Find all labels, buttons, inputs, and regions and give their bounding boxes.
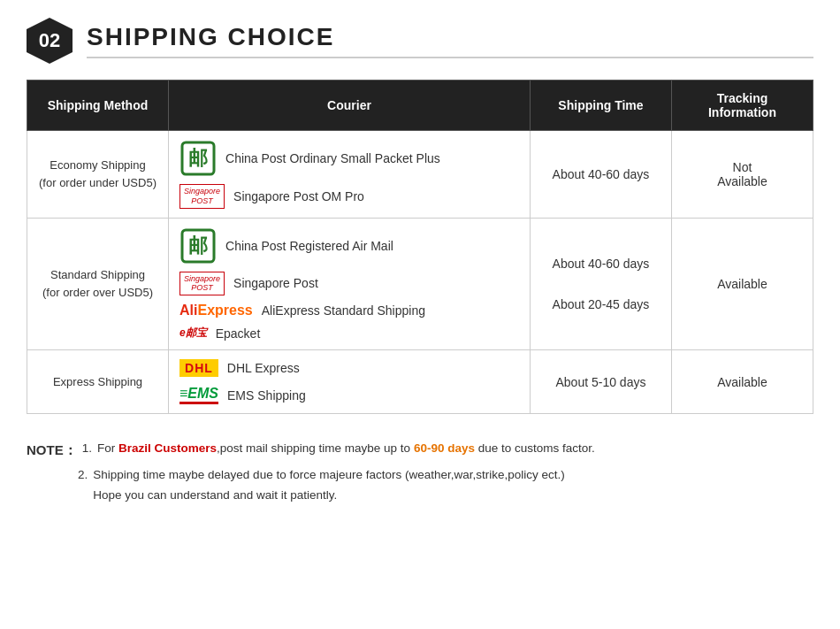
method-express: Express Shipping xyxy=(27,350,169,414)
shipping-time-express: About 5-10 days xyxy=(530,350,671,414)
note-item-2: 2. Shipping time maybe delayed due to fo… xyxy=(78,465,813,506)
courier-name: Singapore Post OM Pro xyxy=(233,189,364,203)
shipping-time-standard: About 40-60 days About 20-45 days xyxy=(530,218,671,350)
tracking-express: Available xyxy=(671,350,813,414)
col-header-time: Shipping Time xyxy=(530,81,671,131)
col-header-courier: Courier xyxy=(169,81,531,131)
courier-express: DHL DHL Express ≡EMS EMS Shipping xyxy=(169,350,531,414)
singpost-logo: SingaporePOST xyxy=(179,184,225,209)
page-title: SHIPPING CHOICE xyxy=(87,23,813,58)
courier-name: China Post Ordinary Small Packet Plus xyxy=(225,151,440,165)
highlight-brazil: Brazil Customers xyxy=(118,441,217,455)
step-badge: 02 xyxy=(27,18,73,64)
table-row: Standard Shipping(for order over USD5) 邮… xyxy=(27,218,813,350)
epacket-logo: e邮宝 xyxy=(179,326,207,341)
table-row: Economy Shipping(for order under USD5) 邮… xyxy=(27,131,813,219)
note-num-2: 2. xyxy=(78,465,88,506)
chinapost-logo: 邮 xyxy=(179,140,217,177)
tracking-standard: Available xyxy=(671,218,813,350)
notes-section: NOTE： 1. For Brazil Customers,post mail … xyxy=(27,430,813,505)
courier-name: EMS Shipping xyxy=(227,388,306,403)
aliexpress-logo: AliExpress xyxy=(179,303,253,318)
dhl-logo: DHL xyxy=(179,359,218,377)
courier-standard: 邮 China Post Registered Air Mail Singapo… xyxy=(169,218,531,350)
note-text-2: Shipping time maybe delayed due to force… xyxy=(93,465,565,506)
courier-name: DHL Express xyxy=(227,361,300,375)
highlight-days: 60-90 days xyxy=(414,441,475,455)
note-num: 1. xyxy=(82,439,92,462)
courier-name: AliExpress Standard Shipping xyxy=(262,303,425,318)
page-header: 02 SHIPPING CHOICE xyxy=(27,18,813,64)
table-row: Express Shipping DHL DHL Express ≡EMS EM… xyxy=(27,350,813,414)
tracking-economy: NotAvailable xyxy=(671,131,813,219)
courier-name: Epacket xyxy=(216,326,261,341)
method-standard: Standard Shipping(for order over USD5) xyxy=(27,218,169,350)
col-header-method: Shipping Method xyxy=(27,81,169,131)
note-item-1: NOTE： 1. For Brazil Customers,post mail … xyxy=(27,439,813,462)
note-label: NOTE： xyxy=(27,439,77,462)
courier-economy: 邮 China Post Ordinary Small Packet Plus … xyxy=(169,131,531,219)
courier-name: China Post Registered Air Mail xyxy=(225,239,393,253)
ems-logo: ≡EMS xyxy=(179,386,218,404)
singpost-logo-2: SingaporePOST xyxy=(179,272,225,296)
method-economy: Economy Shipping(for order under USD5) xyxy=(27,131,169,219)
svg-text:邮: 邮 xyxy=(188,147,208,169)
note-text-1: For Brazil Customers,post mail shipping … xyxy=(97,439,595,462)
courier-name: Singapore Post xyxy=(233,276,318,290)
shipping-time-economy: About 40-60 days xyxy=(530,131,671,219)
col-header-tracking: TrackingInformation xyxy=(671,81,813,131)
shipping-table: Shipping Method Courier Shipping Time Tr… xyxy=(27,80,813,414)
svg-text:邮: 邮 xyxy=(188,234,208,257)
chinapost-logo-2: 邮 xyxy=(179,227,217,265)
